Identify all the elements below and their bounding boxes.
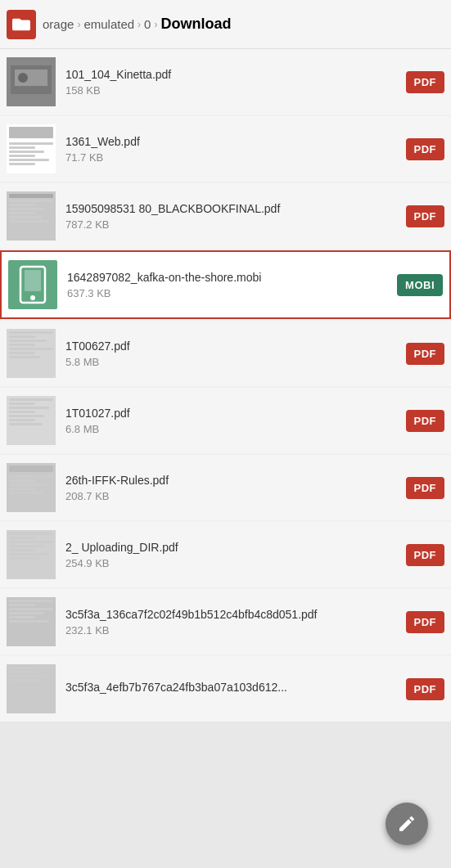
list-item[interactable]: 101_104_Kinetta.pdf 158 KB PDF <box>0 49 451 115</box>
edit-fab[interactable] <box>386 803 428 845</box>
pdf-preview <box>7 191 56 241</box>
file-size: 158 KB <box>65 84 399 97</box>
file-size: 787.2 KB <box>65 218 399 231</box>
file-thumbnail <box>7 664 56 713</box>
file-info: 2_ Uploading_DIR.pdf 254.9 KB <box>65 540 399 569</box>
pdf-preview <box>7 396 56 445</box>
file-thumbnail <box>7 57 56 106</box>
edit-icon <box>397 814 417 834</box>
file-type-badge[interactable]: PDF <box>406 678 445 700</box>
list-item[interactable]: 3c5f3a_4efb7b767ca24fb3ba07a103d612... P… <box>0 656 451 722</box>
list-item[interactable]: 26th-IFFK-Rules.pdf 208.7 KB PDF <box>0 455 451 520</box>
svg-point-3 <box>18 73 28 83</box>
file-size: 254.9 KB <box>65 557 399 569</box>
file-type-badge[interactable]: PDF <box>406 410 445 432</box>
file-name: 1361_Web.pdf <box>65 134 399 149</box>
file-name: 3c5f3a_4efb7b767ca24fb3ba07a103d612... <box>65 680 399 695</box>
file-type-badge[interactable]: PDF <box>406 611 445 633</box>
file-size: 6.8 MB <box>65 423 399 435</box>
file-thumbnail <box>7 124 56 173</box>
pdf-preview <box>7 329 56 378</box>
file-info: 101_104_Kinetta.pdf 158 KB <box>65 67 399 97</box>
list-item[interactable]: 3c5f3a_136ca7f2c02f49b1b512c4bfb4c8d051.… <box>0 589 451 654</box>
pdf-preview <box>7 597 56 646</box>
breadcrumb-arrow-3: › <box>154 19 157 30</box>
pdf-preview <box>7 530 56 579</box>
list-item[interactable]: 15905098531 80_BLACKBOOKFINAL.pdf 787.2 … <box>0 183 451 249</box>
file-thumbnail <box>8 260 57 309</box>
file-type-badge[interactable]: PDF <box>406 343 445 365</box>
file-type-badge[interactable]: PDF <box>406 544 445 566</box>
pdf-preview <box>7 463 56 512</box>
file-thumbnail <box>7 597 56 646</box>
file-size: 637.3 KB <box>67 287 390 299</box>
list-item[interactable]: 1T00627.pdf 5.8 MB PDF <box>0 321 451 386</box>
file-type-badge[interactable]: PDF <box>406 205 445 227</box>
file-type-badge[interactable]: PDF <box>406 477 445 499</box>
app-icon <box>7 10 36 39</box>
svg-point-6 <box>30 295 35 300</box>
file-size: 208.7 KB <box>65 490 399 502</box>
mobi-icon <box>18 265 47 304</box>
list-item[interactable]: 1T01027.pdf 6.8 MB PDF <box>0 388 451 453</box>
pdf-preview <box>7 664 56 713</box>
file-name: 1T01027.pdf <box>65 406 399 421</box>
file-info: 15905098531 80_BLACKBOOKFINAL.pdf 787.2 … <box>65 201 399 231</box>
breadcrumb-0[interactable]: 0 <box>144 17 151 31</box>
file-info: 1T01027.pdf 6.8 MB <box>65 406 399 435</box>
file-name: 1642897082_kafka-on-the-shore.mobi <box>67 270 390 285</box>
breadcrumb-emulated[interactable]: emulated <box>83 17 134 31</box>
file-type-badge[interactable]: MOBI <box>397 274 443 296</box>
file-name: 101_104_Kinetta.pdf <box>65 67 399 82</box>
file-type-badge[interactable]: PDF <box>406 138 445 160</box>
file-name: 1T00627.pdf <box>65 339 399 353</box>
list-item[interactable]: 1361_Web.pdf 71.7 KB PDF <box>0 116 451 182</box>
breadcrumb-storage[interactable]: orage <box>43 17 74 31</box>
file-thumbnail <box>7 329 56 378</box>
breadcrumb-arrow-1: › <box>77 19 80 30</box>
file-thumbnail <box>7 191 56 241</box>
file-info: 1642897082_kafka-on-the-shore.mobi 637.3… <box>67 270 390 299</box>
file-type-badge[interactable]: PDF <box>406 71 445 93</box>
pdf-preview <box>7 124 56 173</box>
list-item[interactable]: 1642897082_kafka-on-the-shore.mobi 637.3… <box>0 250 451 319</box>
file-info: 1T00627.pdf 5.8 MB <box>65 339 399 368</box>
file-size: 232.1 KB <box>65 624 399 636</box>
file-name: 3c5f3a_136ca7f2c02f49b1b512c4bfb4c8d051.… <box>65 607 399 622</box>
file-thumbnail <box>7 530 56 579</box>
file-size: 71.7 KB <box>65 151 399 164</box>
file-info: 26th-IFFK-Rules.pdf 208.7 KB <box>65 473 399 502</box>
list-item[interactable]: 2_ Uploading_DIR.pdf 254.9 KB PDF <box>0 522 451 587</box>
file-thumbnail <box>7 463 56 512</box>
folder-icon <box>12 16 30 34</box>
file-info: 3c5f3a_4efb7b767ca24fb3ba07a103d612... <box>65 680 399 697</box>
app-header: orage › emulated › 0 › Download <box>0 0 451 49</box>
breadcrumb-download[interactable]: Download <box>160 16 231 33</box>
thumbnail-image <box>7 57 56 106</box>
file-name: 2_ Uploading_DIR.pdf <box>65 540 399 555</box>
file-info: 1361_Web.pdf 71.7 KB <box>65 134 399 164</box>
file-list: 101_104_Kinetta.pdf 158 KB PDF 1361_Web.… <box>0 49 451 722</box>
breadcrumb-arrow-2: › <box>138 19 141 30</box>
file-info: 3c5f3a_136ca7f2c02f49b1b512c4bfb4c8d051.… <box>65 607 399 636</box>
svg-rect-5 <box>25 270 41 291</box>
file-size: 5.8 MB <box>65 356 399 368</box>
breadcrumb: orage › emulated › 0 › Download <box>43 16 444 33</box>
file-name: 26th-IFFK-Rules.pdf <box>65 473 399 488</box>
file-thumbnail <box>7 396 56 445</box>
file-name: 15905098531 80_BLACKBOOKFINAL.pdf <box>65 201 399 216</box>
